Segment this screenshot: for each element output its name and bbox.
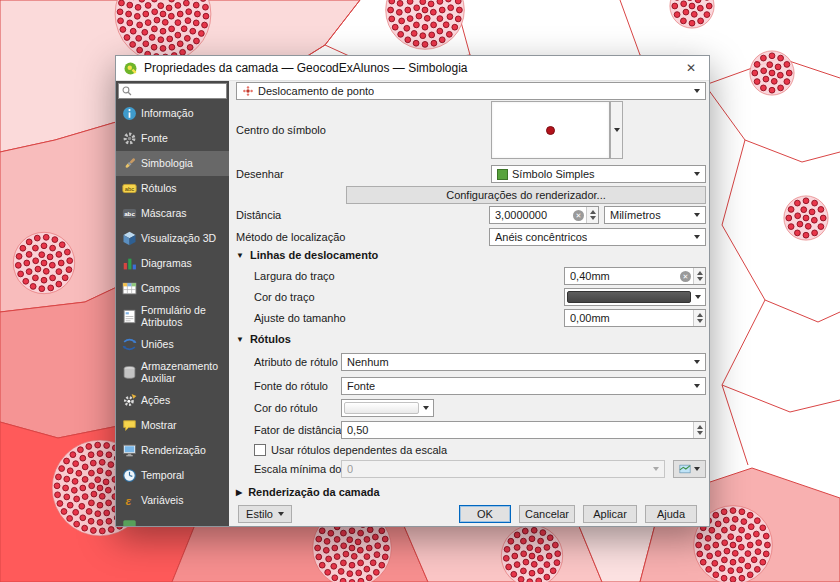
renderer-settings-button[interactable]: Configurações do renderizador... <box>346 186 706 204</box>
chevron-down-icon <box>278 512 284 516</box>
set-to-canvas-scale-button[interactable] <box>673 460 706 478</box>
size-adjustment-spinbox[interactable]: 0,00mm <box>564 309 706 327</box>
renderer-type-value: Deslocamento de ponto <box>258 85 374 97</box>
stroke-color-swatch <box>567 291 691 303</box>
sidebar-item-formulario-de-atributos[interactable]: Formulário de Atributos <box>116 301 229 332</box>
sidebar-item-rotulos[interactable]: abc Rótulos <box>116 176 229 201</box>
stroke-color-button[interactable] <box>564 288 706 306</box>
sidebar-item-fonte[interactable]: Fonte <box>116 126 229 151</box>
sidebar-item-variaveis[interactable]: ε Variáveis <box>116 488 229 513</box>
symbology-panel: Deslocamento de ponto Centro do símbolo … <box>229 81 709 526</box>
sidebar-item-label: Informação <box>141 108 194 120</box>
sidebar-item-label: Máscaras <box>141 208 187 220</box>
sidebar-item-label: Visualização 3D <box>141 233 216 245</box>
stroke-width-spinbox[interactable]: 0,40mm ✕ <box>564 267 706 285</box>
sidebar-search-input[interactable] <box>135 86 219 97</box>
layer-properties-dialog: Propriedades da camada — GeocodExAlunos … <box>115 55 710 527</box>
scale-dependent-labels-row[interactable]: Usar rótulos dependentes da escala <box>254 442 447 458</box>
sidebar-item-label: Variáveis <box>141 495 183 507</box>
distance-spinbox[interactable]: 3,0000000 ✕ <box>489 206 599 224</box>
sidebar-item-mascaras[interactable]: abc Máscaras <box>116 201 229 226</box>
label-distance-factor-value: 0,50 <box>347 424 693 436</box>
symbol-preview-dropdown-button[interactable] <box>610 101 623 159</box>
sidebar-item-visualizacao-3d[interactable]: Visualização 3D <box>116 226 229 251</box>
style-button[interactable]: Estilo <box>238 505 292 523</box>
sidebar-item-campos[interactable]: Campos <box>116 276 229 301</box>
spinner-buttons[interactable] <box>693 422 705 438</box>
spinner-buttons[interactable] <box>693 268 705 284</box>
renderer-type-combo[interactable]: Deslocamento de ponto <box>236 82 706 100</box>
options-sidebar: Informação Fonte Simbologia abc Rótulos … <box>116 81 229 526</box>
sidebar-item-label: Simbologia <box>141 158 193 170</box>
sidebar-item-informacao[interactable]: Informação <box>116 101 229 126</box>
ok-button[interactable]: OK <box>459 505 511 523</box>
collapsed-arrow-icon: ▶ <box>236 488 242 497</box>
label-attribute-label: Atributo de rótulo <box>254 353 338 371</box>
sidebar-item-acoes[interactable]: Ações <box>116 388 229 413</box>
layer-rendering-section-header[interactable]: ▶ Renderização da camada <box>236 486 380 498</box>
chevron-down-icon <box>694 467 700 471</box>
attributes-form-icon <box>121 309 137 325</box>
label-attribute-combo[interactable]: Nenhum <box>341 353 706 371</box>
sidebar-item-diagramas[interactable]: Diagramas <box>116 251 229 276</box>
clear-value-icon[interactable]: ✕ <box>680 271 691 282</box>
clear-value-icon[interactable]: ✕ <box>573 210 584 221</box>
monitor-icon <box>121 443 137 459</box>
point-displacement-icon <box>242 85 254 97</box>
close-icon[interactable]: ✕ <box>680 58 702 78</box>
label-attribute-value: Nenhum <box>347 356 389 368</box>
cancel-button[interactable]: Cancelar <box>519 505 575 523</box>
sidebar-item-renderizacao[interactable]: Renderização <box>116 438 229 463</box>
symbol-center-preview[interactable] <box>491 101 610 159</box>
spinner-buttons[interactable] <box>693 310 705 326</box>
size-adjustment-label: Ajuste do tamanho <box>254 309 346 327</box>
collapse-arrow-icon: ▼ <box>236 251 244 260</box>
source-gear-icon <box>121 131 137 147</box>
size-adjustment-value: 0,00mm <box>570 312 693 324</box>
sidebar-item-label: Rótulos <box>141 183 177 195</box>
cube-3d-icon <box>121 231 137 247</box>
sidebar-item-armazenamento-auxiliar[interactable]: Armazenamento Auxiliar <box>116 357 229 388</box>
help-button[interactable]: Ajuda <box>645 505 697 523</box>
spinner-buttons[interactable] <box>586 207 598 223</box>
displacement-lines-section-header[interactable]: ▼ Linhas de deslocamento <box>236 249 378 261</box>
placement-method-combo[interactable]: Anéis concêntricos <box>489 228 706 246</box>
sidebar-item-label: Mostrar <box>141 420 177 432</box>
draw-symbol-combo[interactable]: Símbolo Simples <box>491 165 706 183</box>
label-font-button[interactable]: Fonte <box>341 377 706 395</box>
sidebar-item-label: Temporal <box>141 470 184 482</box>
sidebar-item-label: Uniões <box>141 339 174 351</box>
sidebar-item-simbologia[interactable]: Simbologia <box>116 151 229 176</box>
stroke-width-value: 0,40mm <box>570 270 680 282</box>
distance-value: 3,0000000 <box>495 209 573 221</box>
sidebar-search[interactable] <box>118 83 227 99</box>
chevron-down-icon <box>423 406 429 410</box>
sidebar-item-temporal[interactable]: Temporal <box>116 463 229 488</box>
distance-label: Distância <box>236 206 281 224</box>
apply-button[interactable]: Aplicar <box>583 505 637 523</box>
sidebar-item-label: Fonte <box>141 133 168 145</box>
min-map-scale-field[interactable]: 0 <box>341 460 665 478</box>
scale-dependent-checkbox[interactable] <box>254 444 266 456</box>
svg-text:abc: abc <box>124 210 135 217</box>
dialog-title: Propriedades da camada — GeocodExAlunos … <box>144 61 468 75</box>
qgis-logo-icon <box>123 61 138 76</box>
info-icon <box>121 106 137 122</box>
distance-unit-combo[interactable]: Milímetros <box>604 206 706 224</box>
label-color-button[interactable] <box>341 399 434 417</box>
labels-section-header[interactable]: ▼ Rótulos <box>236 333 291 345</box>
center-symbol-label: Centro do símbolo <box>236 121 326 139</box>
label-distance-factor-spinbox[interactable]: 0,50 <box>341 421 706 439</box>
sidebar-item-mostrar[interactable]: Mostrar <box>116 413 229 438</box>
dialog-titlebar[interactable]: Propriedades da camada — GeocodExAlunos … <box>116 56 709 81</box>
joins-icon <box>121 337 137 353</box>
sidebar-item-partial[interactable] <box>116 513 229 526</box>
actions-gear-icon <box>121 393 137 409</box>
chevron-down-icon <box>695 295 701 299</box>
chevron-down-icon <box>694 360 700 364</box>
sidebar-item-unioes[interactable]: Uniões <box>116 332 229 357</box>
paintbrush-icon <box>121 156 137 172</box>
label-font-label: Fonte do rótulo <box>254 377 328 395</box>
placement-method-value: Anéis concêntricos <box>495 231 587 243</box>
center-symbol-dot <box>546 126 555 135</box>
